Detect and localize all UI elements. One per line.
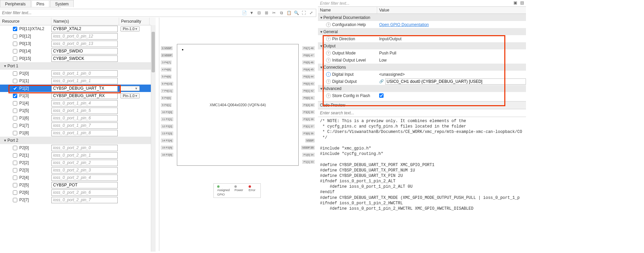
pin-name-input[interactable] xyxy=(51,70,118,77)
cat-advanced[interactable]: Advanced xyxy=(323,86,341,91)
cat-general[interactable]: General xyxy=(323,29,338,34)
paste-icon[interactable]: 📋 xyxy=(286,10,292,16)
right-tool2-icon[interactable]: ▤ xyxy=(519,0,525,5)
tree-row[interactable]: P0[11]/XTAL2Pin-1.0▾ xyxy=(0,25,156,32)
pin-name-input[interactable] xyxy=(51,145,118,151)
notes-icon[interactable]: 📄 xyxy=(242,10,247,16)
pin-enable-checkbox[interactable] xyxy=(13,71,17,76)
chip-pin-right[interactable]: P3[0] 36 xyxy=(302,132,315,135)
filter-icon[interactable]: ▼ xyxy=(249,10,254,16)
chip-pin-left[interactable]: 5 P4[9] xyxy=(161,75,171,78)
chip-pin-right[interactable]: P0[6] 47 xyxy=(302,53,315,57)
chip-pin-right[interactable]: P0[3] 44 xyxy=(302,75,315,78)
personality-dropdown[interactable]: Pin-1.0▾ xyxy=(120,93,140,98)
col-personality[interactable]: Personality xyxy=(119,18,150,25)
chip-pin-left[interactable]: 6 P4[10] xyxy=(161,82,173,86)
pin-name-input[interactable] xyxy=(51,122,118,129)
pin-enable-checkbox[interactable] xyxy=(13,190,17,195)
tree-row[interactable]: P2[1] xyxy=(0,152,156,159)
tree-row[interactable]: P1[4] xyxy=(0,99,156,107)
link-open-gpio-doc[interactable]: Open GPIO Documentation xyxy=(379,22,429,27)
pin-name-input[interactable] xyxy=(51,85,118,92)
cat-output[interactable]: Output xyxy=(323,44,336,48)
pin-name-input[interactable] xyxy=(51,130,118,136)
tree-row[interactable]: P2[0] xyxy=(0,144,156,152)
cat-connections[interactable]: Connections xyxy=(323,65,346,70)
collapse-icon[interactable]: ⊟ xyxy=(256,10,262,16)
pin-enable-checkbox[interactable] xyxy=(13,109,17,113)
val-init-level[interactable]: Low xyxy=(379,58,387,63)
tree-row[interactable]: P1[2]Pin-1.0▾ xyxy=(0,85,156,92)
pin-name-input[interactable] xyxy=(51,33,118,40)
pin-enable-checkbox[interactable] xyxy=(13,34,17,39)
pin-name-input[interactable] xyxy=(51,115,118,121)
pin-enable-checkbox[interactable] xyxy=(13,183,17,187)
right-tool1-icon[interactable]: ▣ xyxy=(512,0,518,5)
pin-name-input[interactable] xyxy=(51,41,118,47)
tree-row[interactable]: P2[6] xyxy=(0,189,156,196)
tree-row[interactable]: P2[2] xyxy=(0,159,156,166)
tree-row[interactable]: P1[7] xyxy=(0,122,156,129)
tree-row[interactable]: P2[7] xyxy=(0,196,156,204)
pin-name-input[interactable] xyxy=(51,100,118,107)
col-names[interactable]: Name(s) xyxy=(51,18,119,25)
pin-enable-checkbox[interactable] xyxy=(13,153,17,158)
chip-pin-left[interactable]: 7 P4[11] xyxy=(161,89,173,93)
chip-pin-right[interactable]: P0[7] 48 xyxy=(302,46,315,50)
resource-tree[interactable]: P0[11]/XTAL2Pin-1.0▾P0[12]P0[13]P0[14]P0… xyxy=(0,25,156,252)
pin-enable-checkbox[interactable] xyxy=(13,123,17,128)
chip-pin-left[interactable]: 4 P4[8] xyxy=(161,68,171,71)
fullscreen-icon[interactable]: ⤢ xyxy=(308,10,314,16)
pin-name-input[interactable] xyxy=(51,152,118,159)
tree-group[interactable]: ▾Port 2 xyxy=(0,137,156,144)
pin-name-input[interactable] xyxy=(51,108,118,114)
pin-name-input[interactable] xyxy=(51,175,118,181)
right-filter-input[interactable]: Enter filter text... xyxy=(318,0,526,7)
pin-name-input[interactable] xyxy=(51,55,118,62)
copy-icon[interactable]: ⧉ xyxy=(279,10,284,16)
val-output-mode[interactable]: Push Pull xyxy=(379,51,396,55)
chip-pin-left[interactable]: 16 P2[6] xyxy=(161,153,173,157)
tree-row[interactable]: P1[8] xyxy=(0,129,156,137)
chip-pin-left[interactable]: 12 P2[2] xyxy=(161,124,173,128)
tree-row[interactable]: P2[5] xyxy=(0,181,156,189)
tree-row[interactable]: P2[3] xyxy=(0,166,156,174)
pin-enable-checkbox[interactable] xyxy=(13,116,17,120)
tree-row[interactable]: P0[15] xyxy=(0,55,156,62)
chip-pin-left[interactable]: 2 VDDP xyxy=(161,53,173,57)
pin-name-input[interactable] xyxy=(51,48,118,54)
expand-icon[interactable]: ⊞ xyxy=(264,10,269,16)
chip-pin-right[interactable]: P3[1] 37 xyxy=(302,124,315,128)
chip-pin-right[interactable]: P3[2] 38 xyxy=(302,117,315,121)
chip-pin-left[interactable]: 3 P4[7] xyxy=(161,61,171,64)
tree-row[interactable]: P1[1] xyxy=(0,77,156,85)
pin-name-input[interactable] xyxy=(51,26,118,32)
pin-enable-checkbox[interactable] xyxy=(13,86,17,91)
cat-periph-doc[interactable]: Peripheral Documentation xyxy=(323,15,370,20)
tree-row[interactable]: P1[0] xyxy=(0,70,156,77)
chip-pin-left[interactable]: 10 P2[0] xyxy=(161,110,173,114)
pin-enable-checkbox[interactable] xyxy=(13,131,17,135)
pin-name-input[interactable] xyxy=(51,160,118,166)
chip-pin-right[interactable]: P0[4] 45 xyxy=(302,68,315,71)
code-search-input[interactable] xyxy=(320,111,524,115)
tree-group[interactable]: ▾Port 1 xyxy=(0,62,156,70)
pin-enable-checkbox[interactable] xyxy=(13,94,17,98)
val-digital-output[interactable] xyxy=(385,78,526,85)
pin-name-input[interactable] xyxy=(51,189,118,196)
pin-enable-checkbox[interactable] xyxy=(13,176,17,180)
pin-enable-checkbox[interactable] xyxy=(13,42,17,46)
chip-pin-left[interactable]: 1 VSSP xyxy=(161,46,172,50)
tree-row[interactable]: P0[12] xyxy=(0,32,156,40)
prop-col-name[interactable]: Name xyxy=(318,7,377,14)
chip-pin-right[interactable]: P0[2] 43 xyxy=(302,82,315,86)
chip-pin-right[interactable]: VDDP 35 xyxy=(301,146,315,150)
pin-name-input[interactable] xyxy=(51,93,118,99)
tree-row[interactable]: P1[6] xyxy=(0,114,156,122)
pin-enable-checkbox[interactable] xyxy=(13,168,17,172)
chip-pin-left[interactable]: 8 P4[0] xyxy=(161,96,171,100)
chip-pin-left[interactable]: 14 P2[4] xyxy=(161,139,173,142)
tab-system[interactable]: System xyxy=(50,0,74,7)
zoom-icon[interactable]: 🔍 xyxy=(294,10,299,16)
chip-pin-right[interactable]: P1[0] 34 xyxy=(302,153,315,157)
